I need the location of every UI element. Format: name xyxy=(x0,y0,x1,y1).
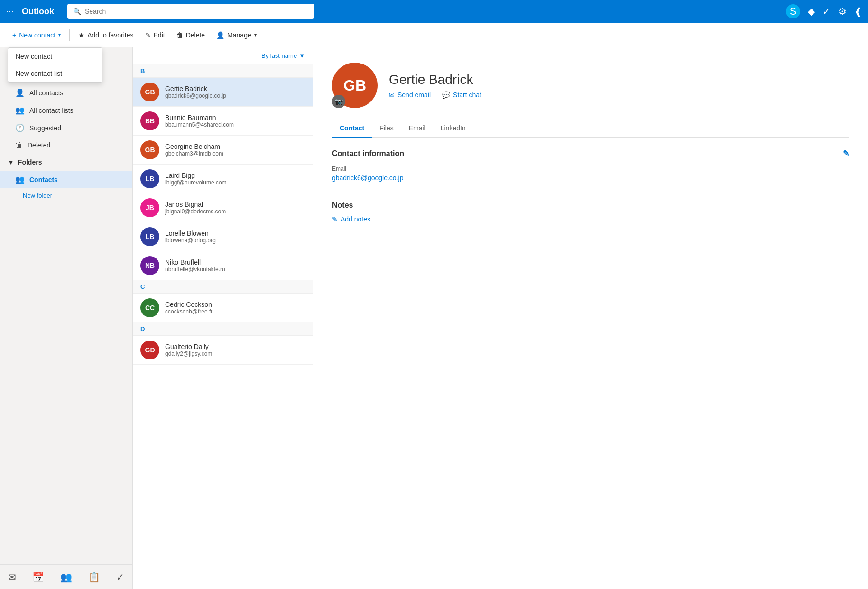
delete-button[interactable]: 🗑 Delete xyxy=(172,28,210,42)
contact-list: By last name ▼ B GB Gertie Badrick gbadr… xyxy=(133,47,313,589)
contact-info-gualterio: Gualterio Daily gdaily2@jigsy.com xyxy=(165,343,212,357)
new-contact-button[interactable]: + New contact ▾ xyxy=(8,28,65,42)
section-b: B xyxy=(133,64,313,78)
add-notes-button[interactable]: ✎ Add notes xyxy=(332,215,370,223)
edit-button[interactable]: ✎ Edit xyxy=(140,28,170,42)
manage-button[interactable]: 👤 Manage ▾ xyxy=(212,28,261,42)
avatar-lb-2: LB xyxy=(140,227,159,246)
sort-label: By last name xyxy=(261,52,297,59)
contact-row-niko-bruffell[interactable]: NB Niko Bruffell nbruffelle@vkontakte.ru xyxy=(133,251,313,280)
settings-icon[interactable]: ⚙ xyxy=(838,6,847,17)
sort-chevron-icon: ▼ xyxy=(299,52,305,59)
contact-info-georgine: Georgine Belcham gbelcham3@imdb.com xyxy=(165,143,223,157)
search-box: 🔍 xyxy=(67,4,314,19)
contact-email: lbiggf@purevolume.com xyxy=(165,179,227,186)
avatar-nb: NB xyxy=(140,256,159,275)
sidebar-item-suggested[interactable]: 🕐 Suggested xyxy=(0,119,132,137)
bottom-nav: ✉ 📅 👥 📋 ✓ xyxy=(0,564,132,589)
sort-button[interactable]: By last name ▼ xyxy=(261,52,305,59)
main-layout: ▼ My contacts ★ Favorites 👤 All contacts… xyxy=(0,47,868,589)
edit-icon: ✎ xyxy=(145,31,151,39)
contact-info-section: Contact information ✎ Email gbadrick6@go… xyxy=(332,149,849,182)
contacts-nav-icon[interactable]: 👥 xyxy=(56,568,76,587)
contact-info-niko: Niko Bruffell nbruffelle@vkontakte.ru xyxy=(165,258,225,273)
contact-name: Bunnie Baumann xyxy=(165,114,234,121)
folders-header[interactable]: ▼ Folders xyxy=(0,154,132,171)
contact-email: lblowena@prlog.org xyxy=(165,237,216,244)
contact-row-laird-bigg[interactable]: LB Laird Bigg lbiggf@purevolume.com xyxy=(133,165,313,193)
contact-row-bunnie-baumann[interactable]: BB Bunnie Baumann bbaumann5@4shared.com xyxy=(133,107,313,136)
contact-name: Laird Bigg xyxy=(165,172,227,179)
contacts-folder-icon: 👥 xyxy=(15,175,25,184)
edit-pencil-icon[interactable]: ✎ xyxy=(843,149,849,158)
sidebar-deleted-label: Deleted xyxy=(28,141,50,149)
new-folder-link[interactable]: New folder xyxy=(0,188,132,203)
topbar: ⋯ Outlook 🔍 S ◆ ✓ ⚙ ❰ xyxy=(0,0,868,23)
avatar-jb: JB xyxy=(140,198,159,217)
section-c: C xyxy=(133,280,313,294)
plus-icon: + xyxy=(12,31,16,39)
tab-contact[interactable]: Contact xyxy=(332,120,372,138)
checkmark-icon[interactable]: ✓ xyxy=(822,6,831,17)
email-icon: ✉ xyxy=(389,91,395,99)
mail-nav-icon[interactable]: ✉ xyxy=(4,568,20,587)
email-field: Email gbadrick6@google.co.jp xyxy=(332,166,849,182)
contact-name: Georgine Belcham xyxy=(165,143,223,150)
new-contact-label: New contact xyxy=(19,31,55,39)
camera-icon[interactable]: 📷 xyxy=(332,95,345,108)
contact-info-gertie: Gertie Badrick gbadrick6@google.co.jp xyxy=(165,85,226,99)
sidebar-item-all-contact-lists[interactable]: 👥 All contact lists xyxy=(0,101,132,119)
avatar-gd: GD xyxy=(140,341,159,359)
contact-row-lorelle-blowen[interactable]: LB Lorelle Blowen lblowena@prlog.org xyxy=(133,222,313,251)
contact-list-header: By last name ▼ xyxy=(133,47,313,64)
grid-icon[interactable]: ⋯ xyxy=(6,6,14,17)
tab-email[interactable]: Email xyxy=(401,120,433,138)
manage-label: Manage xyxy=(227,31,251,39)
contact-info-bunnie: Bunnie Baumann bbaumann5@4shared.com xyxy=(165,114,234,128)
detail-avatar-wrap: GB 📷 xyxy=(332,63,378,108)
detail-contact-name: Gertie Badrick xyxy=(389,72,481,87)
contact-info-title-row: Contact information ✎ xyxy=(332,149,849,158)
diamond-icon[interactable]: ◆ xyxy=(808,6,815,17)
contact-row-georgine-belcham[interactable]: GB Georgine Belcham gbelcham3@imdb.com xyxy=(133,136,313,165)
avatar-gb-2: GB xyxy=(140,140,159,159)
contact-row-gertie-badrick[interactable]: GB Gertie Badrick gbadrick6@google.co.jp xyxy=(133,78,313,107)
tab-linkedin[interactable]: LinkedIn xyxy=(433,120,473,138)
section-d: D xyxy=(133,322,313,336)
folders-label: Folders xyxy=(18,158,42,166)
sidebar: ▼ My contacts ★ Favorites 👤 All contacts… xyxy=(0,47,133,589)
email-label: Email xyxy=(332,166,849,172)
skype-icon[interactable]: S xyxy=(786,4,800,18)
contact-row-gualterio-daily[interactable]: GD Gualterio Daily gdaily2@jigsy.com xyxy=(133,336,313,365)
tasks-nav-icon[interactable]: ✓ xyxy=(112,568,128,587)
sidebar-item-all-contacts[interactable]: 👤 All contacts xyxy=(0,84,132,101)
dropdown-new-contact[interactable]: New contact xyxy=(8,48,102,65)
email-value[interactable]: gbadrick6@google.co.jp xyxy=(332,174,849,182)
history-icon: 🕐 xyxy=(15,123,25,132)
notes-nav-icon[interactable]: 📋 xyxy=(84,568,104,587)
notes-section: Notes ✎ Add notes xyxy=(332,201,849,223)
contact-row-janos-bignal[interactable]: JB Janos Bignal jbignal0@dedecms.com xyxy=(133,193,313,222)
start-chat-button[interactable]: 💬 Start chat xyxy=(442,91,481,99)
contact-info-title-text: Contact information xyxy=(332,149,404,158)
contact-name: Lorelle Blowen xyxy=(165,230,216,237)
contact-name: Niko Bruffell xyxy=(165,258,225,266)
calendar-nav-icon[interactable]: 📅 xyxy=(28,568,48,587)
start-chat-label: Start chat xyxy=(453,91,481,99)
detail-tabs: Contact Files Email LinkedIn xyxy=(332,120,849,138)
add-to-favorites-button[interactable]: ★ Add to favorites xyxy=(74,28,138,42)
manage-dropdown-arrow[interactable]: ▾ xyxy=(254,32,257,37)
sidebar-item-contacts[interactable]: 👥 Contacts xyxy=(0,171,132,188)
new-contact-dropdown-arrow[interactable]: ▾ xyxy=(58,32,61,37)
dropdown-new-contact-list[interactable]: New contact list xyxy=(8,65,102,82)
help-icon[interactable]: ❰ xyxy=(854,6,862,17)
tab-files[interactable]: Files xyxy=(372,120,401,138)
star-icon: ★ xyxy=(78,31,84,39)
app-logo: Outlook xyxy=(22,7,54,17)
sidebar-item-deleted[interactable]: 🗑 Deleted xyxy=(0,137,132,154)
search-input[interactable] xyxy=(85,8,308,15)
pencil-icon: ✎ xyxy=(332,215,338,223)
contact-row-cedric-cockson[interactable]: CC Cedric Cockson ccocksonb@free.fr xyxy=(133,294,313,322)
send-email-button[interactable]: ✉ Send email xyxy=(389,91,431,99)
detail-name-actions: Gertie Badrick ✉ Send email 💬 Start chat xyxy=(389,72,481,99)
